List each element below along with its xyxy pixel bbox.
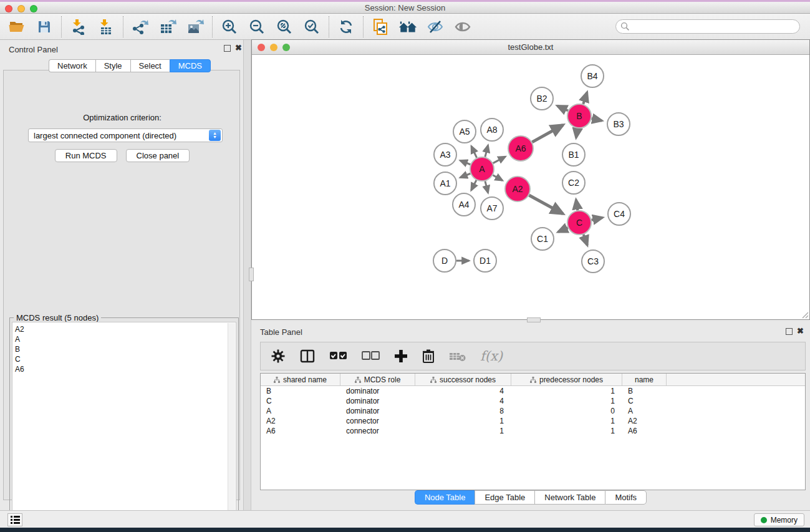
node-C4[interactable]: C4 (608, 203, 630, 225)
node-A[interactable]: A (470, 157, 494, 181)
node-B[interactable]: B (567, 104, 591, 128)
import-table-icon[interactable] (97, 17, 115, 36)
minimize-network-button[interactable] (270, 44, 277, 51)
node-A2[interactable]: A2 (505, 177, 530, 201)
node-A6[interactable]: A6 (508, 136, 533, 161)
edge-A-A1[interactable] (460, 173, 470, 177)
node-table[interactable]: shared nameMCDS rolesuccessor nodesprede… (260, 373, 806, 490)
delete-column-icon[interactable] (422, 349, 435, 364)
node-C3[interactable]: C3 (582, 250, 604, 273)
tab-node-table[interactable]: Node Table (415, 490, 475, 505)
mcds-result-item[interactable]: A2 (15, 324, 236, 334)
node-A7[interactable]: A7 (481, 197, 503, 220)
node-B2[interactable]: B2 (531, 87, 553, 110)
column-header-predecessor-nodes[interactable]: predecessor nodes (511, 374, 622, 385)
mcds-result-item[interactable]: B (15, 344, 236, 354)
function-builder-icon[interactable]: f(x) (480, 349, 503, 364)
zoom-network-button[interactable] (282, 44, 290, 51)
tab-edge-table[interactable]: Edge Table (475, 490, 534, 505)
memory-button[interactable]: Memory (754, 513, 804, 526)
deselect-all-icon[interactable] (362, 350, 380, 362)
import-network-icon[interactable] (69, 17, 88, 36)
node-A3[interactable]: A3 (434, 143, 456, 166)
node-D[interactable]: D (433, 249, 456, 272)
column-header-successor-nodes[interactable]: successor nodes (415, 374, 511, 385)
node-C1[interactable]: C1 (531, 228, 554, 250)
tab-style[interactable]: Style (95, 59, 130, 72)
edge-C-C3[interactable] (584, 235, 587, 245)
node-A4[interactable]: A4 (453, 193, 475, 216)
column-header-shared-name[interactable]: shared name (261, 374, 340, 385)
column-header-MCDS-role[interactable]: MCDS role (340, 374, 415, 385)
edge-A-A2[interactable] (493, 175, 502, 181)
node-C2[interactable]: C2 (562, 172, 585, 194)
mcds-result-list[interactable]: A2ABCA6 (12, 322, 236, 526)
float-table-panel-icon[interactable] (786, 328, 793, 335)
close-window-button[interactable] (5, 5, 12, 12)
table-row[interactable]: A6connector11A6 (261, 426, 805, 436)
edge-A-A5[interactable] (471, 146, 477, 157)
zoom-fit-icon[interactable] (275, 17, 294, 36)
new-session-from-current-icon[interactable] (371, 17, 390, 36)
tab-network[interactable]: Network (49, 59, 95, 72)
home-icon[interactable] (398, 17, 417, 36)
edge-B-B1[interactable] (576, 128, 577, 138)
node-B4[interactable]: B4 (581, 65, 604, 87)
tab-network-table[interactable]: Network Table (534, 490, 605, 505)
settings-gear-icon[interactable] (271, 349, 286, 364)
network-window-titlebar[interactable]: testGlobe.txt (252, 40, 809, 55)
node-A5[interactable]: A5 (453, 120, 476, 143)
edge-B-B2[interactable] (557, 106, 568, 111)
refresh-icon[interactable] (337, 17, 355, 36)
export-network-icon[interactable] (131, 17, 150, 36)
zoom-selected-icon[interactable] (302, 17, 321, 36)
show-column-icon[interactable] (299, 349, 316, 364)
search-input[interactable] (630, 22, 799, 31)
table-row[interactable]: Bdominator41B (261, 386, 805, 396)
tab-select[interactable]: Select (130, 59, 170, 72)
edge-C-C4[interactable] (592, 218, 603, 220)
float-panel-icon[interactable] (224, 45, 231, 52)
node-C[interactable]: C (567, 211, 591, 235)
table-row[interactable]: A2connector11A2 (261, 416, 805, 426)
minimize-window-button[interactable] (17, 5, 25, 12)
tab-mcds[interactable]: MCDS (170, 59, 211, 72)
run-mcds-button[interactable]: Run MCDS (55, 149, 117, 162)
node-A8[interactable]: A8 (481, 118, 503, 141)
edge-A-A3[interactable] (460, 160, 470, 164)
export-table-icon[interactable] (158, 17, 177, 36)
table-row[interactable]: Cdominator41C (261, 396, 805, 406)
criterion-select[interactable]: largest connected component (directed) ▲… (28, 128, 223, 142)
node-B1[interactable]: B1 (562, 143, 585, 166)
export-image-icon[interactable] (186, 17, 205, 36)
close-panel-button[interactable]: Close panel (126, 149, 190, 162)
zoom-out-icon[interactable] (248, 17, 266, 36)
edge-C-C2[interactable] (576, 200, 577, 210)
close-table-panel-icon[interactable]: ✖ (797, 326, 804, 336)
edge-A6-B[interactable] (532, 125, 562, 142)
zoom-in-icon[interactable] (220, 17, 239, 36)
save-session-icon[interactable] (35, 17, 54, 36)
edge-A-A7[interactable] (485, 181, 488, 193)
table-row[interactable]: Adominator80A (261, 406, 805, 416)
search-field[interactable] (615, 19, 800, 34)
edge-B-B4[interactable] (583, 92, 587, 104)
close-panel-icon[interactable]: ✖ (235, 43, 242, 52)
mcds-result-item[interactable]: A (15, 334, 236, 344)
tab-motifs[interactable]: Motifs (605, 490, 647, 505)
mcds-result-item[interactable]: A6 (15, 364, 236, 374)
resize-grip-icon[interactable] (800, 310, 809, 319)
open-session-icon[interactable] (7, 17, 26, 36)
node-D1[interactable]: D1 (474, 249, 496, 272)
node-A1[interactable]: A1 (434, 172, 456, 195)
edge-C-C1[interactable] (558, 228, 568, 232)
network-graph[interactable]: AA1A2A3A4A5A6A7A8BB1B2B3B4CC1C2C3C4DD1 (253, 56, 809, 319)
task-history-button[interactable] (7, 513, 22, 526)
close-network-button[interactable] (258, 44, 265, 51)
mcds-result-item[interactable]: C (15, 354, 236, 364)
zoom-window-button[interactable] (30, 5, 37, 12)
edge-A-A4[interactable] (471, 180, 476, 190)
edge-A2-C[interactable] (529, 195, 562, 214)
network-canvas[interactable]: AA1A2A3A4A5A6A7A8BB1B2B3B4CC1C2C3C4DD1 (253, 56, 809, 319)
bottom-grip-handle[interactable] (527, 317, 541, 322)
